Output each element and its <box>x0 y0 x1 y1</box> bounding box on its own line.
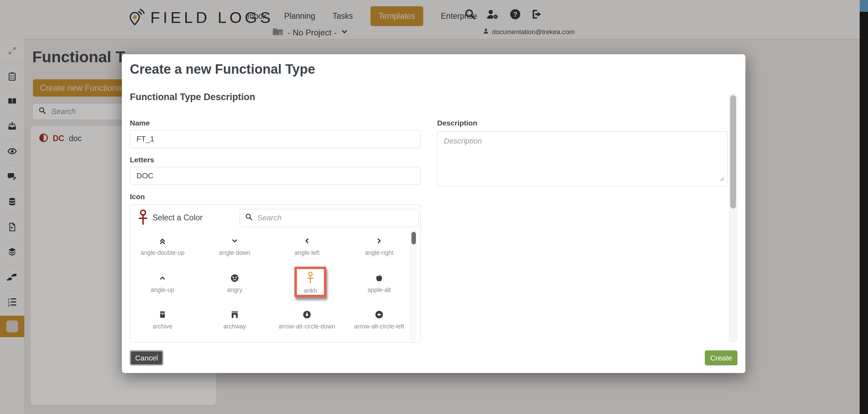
browser-scrollbar-thumb[interactable] <box>860 0 868 12</box>
select-a-color-label[interactable]: Select a Color <box>152 213 202 222</box>
apple-icon <box>375 278 384 284</box>
icon-cell-arrow-alt-circle-left[interactable]: arrow-alt-circle-left <box>346 310 412 330</box>
icon-cell-archive[interactable]: archive <box>130 310 195 330</box>
icon-cell-angle-double-up[interactable]: angle-double-up <box>130 236 195 257</box>
icon-search-box[interactable]: Search <box>240 209 419 227</box>
icon-grid-scrollbar-thumb[interactable] <box>411 232 416 244</box>
icon-cell-angle-left[interactable]: angle-left <box>274 236 340 257</box>
name-field[interactable] <box>130 130 421 148</box>
icon-grid-scrollbar-track[interactable] <box>410 230 416 341</box>
browser-scrollbar[interactable] <box>860 0 868 414</box>
archive-icon <box>158 314 167 320</box>
modal-title: Create a new Functional Type <box>130 62 315 77</box>
icon-label: Icon <box>130 193 145 201</box>
icon-search-placeholder: Search <box>257 213 282 222</box>
cancel-button[interactable]: Cancel <box>130 350 163 365</box>
modal-section-title: Functional Type Description <box>130 92 255 103</box>
angle-double-up-icon <box>158 241 167 246</box>
selected-icon-color-preview[interactable] <box>138 209 148 227</box>
letters-field[interactable] <box>130 167 421 185</box>
angle-left-icon <box>302 241 311 246</box>
icon-cell-archway[interactable]: archway <box>202 310 268 330</box>
icon-cell-apple-alt[interactable]: apple-alt <box>346 274 412 294</box>
create-button[interactable]: Create <box>705 350 737 365</box>
description-label: Description <box>437 119 477 127</box>
icon-cell-angle-right[interactable]: angle-right <box>346 236 412 257</box>
archway-icon <box>230 314 239 320</box>
modal-scrollbar-thumb[interactable] <box>730 95 736 209</box>
icon-cell-ankh-highlighted[interactable]: ankh <box>294 267 326 297</box>
icon-cell-arrow-alt-circle-down[interactable]: arrow-alt-circle-down <box>274 310 340 330</box>
icon-picker-panel: Select a Color Search angle-double- <box>130 204 421 342</box>
arrow-circle-down-icon <box>302 314 311 320</box>
description-field[interactable] <box>437 131 728 186</box>
textarea-resize-handle[interactable] <box>720 177 725 183</box>
search-icon <box>245 213 253 223</box>
angle-right-icon <box>375 241 384 246</box>
name-label: Name <box>130 119 150 127</box>
letters-label: Letters <box>130 156 154 164</box>
ankh-icon <box>307 279 314 285</box>
angle-up-icon <box>158 278 167 284</box>
icon-cell-angle-up[interactable]: angle-up <box>130 274 195 294</box>
app-window: FIELD LOGS Inbox Planning Tasks Template… <box>0 0 868 414</box>
arrow-circle-left-icon <box>375 314 384 320</box>
icon-cell-angry[interactable]: angry <box>202 274 268 294</box>
icon-cell-angle-down[interactable]: angle-down <box>202 236 268 257</box>
angle-down-icon <box>230 241 239 246</box>
angry-face-icon <box>230 278 239 284</box>
create-functional-type-modal: Create a new Functional Type Functional … <box>122 54 745 373</box>
